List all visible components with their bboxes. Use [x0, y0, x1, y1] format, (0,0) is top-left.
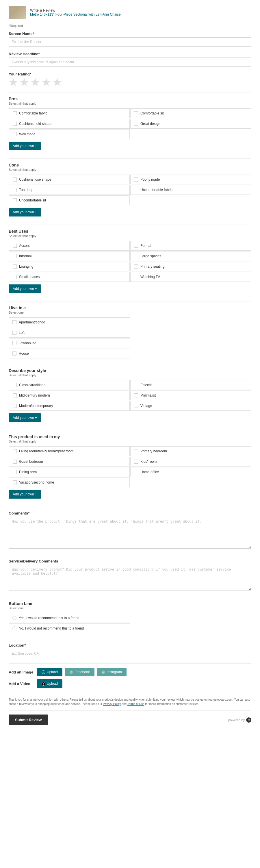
live-in-item-loft[interactable]: Loft: [9, 328, 130, 338]
used-in-item-kids-room[interactable]: Kids' room: [130, 457, 251, 467]
cons-label-uncomfortable-sit: Uncomfortable sit: [19, 198, 46, 202]
live-in-item-townhouse[interactable]: Townhouse: [9, 338, 130, 348]
used-in-label-guest-bedroom: Guest bedroom: [19, 460, 43, 464]
style-check-classic: [13, 383, 17, 387]
cons-check-uncomfortable-sit: [13, 198, 17, 202]
best-uses-item-small-spaces[interactable]: Small spaces: [9, 272, 130, 282]
live-in-item-house[interactable]: House: [9, 349, 130, 359]
pros-section: Pros Select all that apply Comfortable f…: [9, 97, 251, 153]
pros-grid: Comfortable fabric Comfortable sit Cushi…: [9, 108, 251, 139]
location-input[interactable]: [9, 649, 251, 658]
best-uses-item-informal[interactable]: Informal: [9, 251, 130, 261]
cons-check-poorly-made: [134, 178, 138, 182]
add-video-row: Add a Video ↑ Upload: [9, 679, 251, 688]
add-image-upload-button[interactable]: ↑ Upload: [37, 668, 62, 676]
best-uses-item-watching-tv[interactable]: Watching TV: [130, 272, 251, 282]
cons-item-uncomfortable-sit[interactable]: Uncomfortable sit: [9, 195, 130, 205]
add-image-instagram-label: Instagram: [107, 670, 122, 674]
used-in-item-guest-bedroom[interactable]: Guest bedroom: [9, 457, 130, 467]
style-item-mid-century[interactable]: Mid-century modern: [9, 391, 130, 400]
submit-review-button[interactable]: Submit Review: [9, 715, 48, 725]
pros-label-great-design: Great design: [140, 122, 160, 126]
used-in-item-vacation[interactable]: Vacation/second home: [9, 477, 130, 487]
best-uses-check-lounging: [13, 265, 17, 269]
required-note: *Required: [9, 24, 251, 27]
best-uses-title: Best Uses: [9, 229, 251, 234]
used-in-title: This product is used in my: [9, 434, 251, 439]
service-group: Service/Delivery Comments: [9, 559, 251, 592]
pros-check-comfortable-sit: [134, 111, 138, 115]
pros-item-great-design[interactable]: Great design: [130, 119, 251, 129]
style-item-modern[interactable]: Modern/contemporary: [9, 401, 130, 411]
pros-item-comfortable-sit[interactable]: Comfortable sit: [130, 108, 251, 118]
pros-add-own-button[interactable]: Add your own +: [9, 142, 41, 150]
svg-text:in: in: [102, 671, 104, 674]
style-label-modern: Modern/contemporary: [19, 404, 53, 408]
star-1[interactable]: [9, 78, 18, 87]
pros-item-comfortable-fabric[interactable]: Comfortable fabric: [9, 108, 130, 118]
cons-add-own-button[interactable]: Add your own +: [9, 208, 41, 216]
bottom-line-label-no: No, I would not recommend this to a frie…: [19, 626, 84, 630]
star-4[interactable]: [42, 78, 51, 87]
style-item-minimalist[interactable]: Minimalist: [130, 391, 251, 400]
bottom-line-yes[interactable]: Yes, I would recommend this to a friend: [9, 613, 130, 623]
style-title: Describe your style: [9, 368, 251, 373]
style-item-eclectic[interactable]: Eclectic: [130, 380, 251, 390]
add-image-facebook-label: Facebook: [74, 670, 90, 674]
used-in-subtitle: Select all that apply: [9, 440, 251, 443]
terms-of-use-link[interactable]: Terms of Use: [127, 702, 144, 706]
service-input[interactable]: [9, 565, 251, 591]
service-label: Service/Delivery Comments: [9, 559, 251, 563]
used-in-item-home-office[interactable]: Home office: [130, 467, 251, 477]
bottom-line-no[interactable]: No, I would not recommend this to a frie…: [9, 623, 130, 633]
best-uses-check-primary-seating: [134, 265, 138, 269]
add-video-upload-button[interactable]: ↑ Upload: [37, 679, 62, 688]
best-uses-label-large-spaces: Large spaces: [140, 254, 161, 258]
best-uses-item-accent[interactable]: Accent: [9, 241, 130, 251]
live-in-item-apartment[interactable]: Apartment/condo: [9, 317, 130, 327]
style-check-eclectic: [134, 383, 138, 387]
used-in-add-own-button[interactable]: Add your own +: [9, 490, 41, 499]
live-in-label-townhouse: Townhouse: [19, 341, 36, 345]
star-2[interactable]: [20, 78, 29, 87]
cons-item-uncomfortable-fabric[interactable]: Uncomfortable fabric: [130, 185, 251, 195]
used-in-item-dining[interactable]: Dining area: [9, 467, 130, 477]
add-image-instagram-button[interactable]: in Instagram: [97, 668, 127, 676]
product-link[interactable]: Metro 146x113" Four-Piece Sectional with…: [30, 12, 121, 17]
star-5[interactable]: [53, 78, 62, 87]
bottom-line-subtitle: Select one: [9, 607, 251, 610]
cons-item-cushions-lose[interactable]: Cushions lose shape: [9, 175, 130, 184]
comments-input[interactable]: [9, 517, 251, 549]
privacy-policy-link[interactable]: Privacy Policy: [103, 702, 121, 706]
best-uses-item-formal[interactable]: Formal: [130, 241, 251, 251]
used-in-item-primary-bedroom[interactable]: Primary bedroom: [130, 446, 251, 456]
pros-item-well-made[interactable]: Well made: [9, 129, 130, 139]
used-in-label-home-office: Home office: [140, 470, 159, 474]
best-uses-item-lounging[interactable]: Lounging: [9, 261, 130, 271]
best-uses-item-large-spaces[interactable]: Large spaces: [130, 251, 251, 261]
review-headline-group: Review Headline*: [9, 52, 251, 67]
review-headline-input[interactable]: [9, 58, 251, 67]
style-item-vintage[interactable]: Vintage: [130, 401, 251, 411]
used-in-label-living-room: Living room/family room/great room: [19, 449, 74, 453]
best-uses-item-primary-seating[interactable]: Primary seating: [130, 261, 251, 271]
style-item-classic[interactable]: Classic/traditional: [9, 380, 130, 390]
write-review-label: Write a Review: [30, 8, 121, 12]
star-3[interactable]: [31, 78, 40, 87]
used-in-label-vacation: Vacation/second home: [19, 480, 54, 485]
comments-label: Comments*: [9, 511, 251, 515]
best-uses-check-informal: [13, 254, 17, 258]
pros-check-comfortable-fabric: [13, 111, 17, 115]
product-thumbnail: [9, 6, 26, 19]
cons-item-too-deep[interactable]: Too deep: [9, 185, 130, 195]
cons-item-poorly-made[interactable]: Poorly made: [130, 175, 251, 184]
best-uses-add-own-button[interactable]: Add your own +: [9, 284, 41, 293]
add-image-facebook-button[interactable]: f Facebook: [65, 668, 94, 676]
style-add-own-button[interactable]: Add your own +: [9, 413, 41, 422]
screen-name-input[interactable]: [9, 37, 251, 46]
used-in-item-living-room[interactable]: Living room/family room/great room: [9, 446, 130, 456]
svg-text:↑: ↑: [43, 682, 44, 685]
pros-item-cushions-hold[interactable]: Cushions hold shape: [9, 119, 130, 129]
best-uses-label-lounging: Lounging: [19, 265, 33, 269]
best-uses-label-watching-tv: Watching TV: [140, 275, 160, 279]
